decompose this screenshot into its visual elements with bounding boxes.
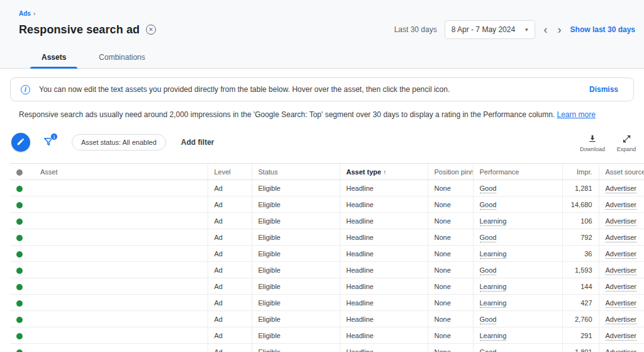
table-row[interactable]: AdEligibleHeadlineNoneGood1,281Advertise… — [10, 180, 644, 196]
row-select-cell[interactable] — [10, 262, 34, 278]
asset-source-value[interactable]: Advertiser — [606, 315, 637, 324]
row-select-cell[interactable] — [10, 278, 34, 295]
row-select-cell[interactable] — [10, 229, 34, 246]
filter-button[interactable]: 1 — [43, 136, 55, 149]
performance-value[interactable]: Learning — [480, 250, 507, 259]
level-cell: Ad — [208, 229, 252, 246]
status-cell: Eligible — [252, 196, 340, 213]
asset-cell[interactable] — [34, 180, 208, 196]
performance-value[interactable]: Learning — [480, 283, 507, 292]
asset-type-cell: Headline — [340, 196, 428, 213]
impressions-cell: 792 — [562, 229, 599, 246]
select-all-header[interactable] — [10, 164, 34, 180]
asset-cell[interactable] — [34, 196, 208, 213]
level-cell: Ad — [208, 180, 252, 196]
expand-button[interactable]: Expand — [610, 133, 643, 152]
asset-source-value[interactable]: Advertiser — [606, 185, 637, 193]
table-row[interactable]: AdEligibleHeadlineNoneLearning36Advertis… — [10, 246, 644, 262]
row-select-cell[interactable] — [10, 344, 34, 352]
enabled-status-icon — [16, 202, 23, 208]
tab-combinations[interactable]: Combinations — [82, 47, 161, 68]
row-select-cell[interactable] — [10, 213, 34, 229]
page-title: Responsive search ad — [19, 23, 140, 37]
dismiss-button[interactable]: Dismiss — [584, 82, 623, 96]
row-select-cell[interactable] — [10, 311, 34, 327]
table-row[interactable]: AdEligibleHeadlineNoneGood792Advertiser — [10, 229, 644, 246]
edit-assets-info-banner: i You can now edit the text assets you p… — [10, 77, 634, 101]
asset-type-cell: Headline — [340, 213, 428, 229]
impressions-notice: Responsive search ads usually need aroun… — [19, 110, 634, 119]
asset-source-value[interactable]: Advertiser — [606, 266, 637, 275]
table-row[interactable]: AdEligibleHeadlineNoneGood2,760Advertise… — [10, 311, 644, 327]
date-range-label: Last 30 days — [394, 25, 437, 34]
column-header-status[interactable]: Status — [252, 164, 340, 180]
asset-source-value[interactable]: Advertiser — [606, 283, 637, 292]
performance-value[interactable]: Good — [480, 266, 497, 275]
table-row[interactable]: AdEligibleHeadlineNoneGood1,801Advertise… — [10, 344, 644, 352]
table-row[interactable]: AdEligibleHeadlineNoneLearning427Adverti… — [10, 295, 644, 311]
asset-source-value[interactable]: Advertiser — [606, 217, 637, 226]
asset-source-value[interactable]: Advertiser — [606, 332, 637, 341]
next-period-button[interactable]: › — [557, 24, 563, 35]
performance-cell: Good — [473, 311, 562, 327]
column-header-level[interactable]: Level — [208, 164, 252, 180]
table-row[interactable]: AdEligibleHeadlineNoneLearning106Adverti… — [10, 213, 644, 229]
column-header-asset-type[interactable]: Asset type↑ — [340, 164, 428, 180]
close-icon[interactable]: ✕ — [146, 25, 156, 35]
asset-source-value[interactable]: Advertiser — [606, 234, 637, 242]
asset-cell[interactable] — [34, 262, 208, 278]
row-select-cell[interactable] — [10, 295, 34, 311]
show-last-30-days-link[interactable]: Show last 30 days — [570, 25, 635, 34]
asset-type-cell: Headline — [340, 229, 428, 246]
performance-value[interactable]: Learning — [480, 299, 507, 308]
download-button[interactable]: Download — [576, 132, 609, 152]
asset-source-cell: Advertiser — [599, 311, 644, 327]
tab-assets[interactable]: Assets — [25, 47, 82, 68]
level-cell: Ad — [208, 295, 252, 311]
row-select-cell[interactable] — [10, 196, 34, 213]
breadcrumb-ads-link[interactable]: Ads — [19, 10, 31, 17]
table-row[interactable]: AdEligibleHeadlineNoneLearning144Adverti… — [10, 278, 644, 295]
column-header-asset[interactable]: Asset — [34, 164, 208, 180]
level-cell: Ad — [208, 344, 252, 352]
performance-value[interactable]: Good — [480, 201, 497, 210]
row-select-cell[interactable] — [10, 180, 34, 196]
performance-value[interactable]: Learning — [480, 217, 507, 226]
position-pinning-cell: None — [428, 180, 473, 196]
row-select-cell[interactable] — [10, 246, 34, 262]
asset-cell[interactable] — [34, 344, 208, 352]
performance-value[interactable]: Good — [480, 348, 497, 352]
asset-source-value[interactable]: Advertiser — [606, 250, 637, 259]
column-header-position-pinning[interactable]: Position pinning — [428, 164, 473, 180]
date-range-picker[interactable]: 8 Apr - 7 May 2024 ▾ — [445, 20, 535, 39]
asset-source-value[interactable]: Advertiser — [606, 299, 637, 308]
asset-cell[interactable] — [34, 229, 208, 246]
table-row[interactable]: AdEligibleHeadlineNoneGood14,680Advertis… — [10, 196, 644, 213]
column-header-impressions[interactable]: Impr. — [562, 164, 599, 180]
performance-value[interactable]: Good — [480, 234, 497, 242]
performance-value[interactable]: Good — [480, 315, 497, 324]
learn-more-link[interactable]: Learn more — [557, 110, 596, 119]
asset-cell[interactable] — [34, 246, 208, 262]
status-cell: Eligible — [252, 344, 340, 352]
table-row[interactable]: AdEligibleHeadlineNoneGood1,593Advertise… — [10, 262, 644, 278]
asset-source-value[interactable]: Advertiser — [606, 348, 637, 352]
asset-cell[interactable] — [34, 213, 208, 229]
previous-period-button[interactable]: ‹ — [543, 24, 549, 35]
table-row[interactable]: AdEligibleHeadlineNoneLearning291Adverti… — [10, 327, 644, 344]
asset-cell[interactable] — [34, 278, 208, 295]
asset-status-filter-chip[interactable]: Asset status: All enabled — [72, 134, 166, 150]
edit-button[interactable] — [11, 133, 30, 152]
asset-source-value[interactable]: Advertiser — [606, 201, 637, 210]
column-header-performance[interactable]: Performance — [473, 164, 562, 180]
asset-source-cell: Advertiser — [599, 295, 644, 311]
add-filter-button[interactable]: Add filter — [181, 138, 214, 147]
asset-source-cell: Advertiser — [599, 196, 644, 213]
performance-value[interactable]: Good — [480, 185, 497, 193]
asset-cell[interactable] — [34, 327, 208, 344]
asset-cell[interactable] — [34, 311, 208, 327]
performance-value[interactable]: Learning — [480, 332, 507, 341]
asset-cell[interactable] — [34, 295, 208, 311]
column-header-asset-source[interactable]: Asset source — [599, 164, 644, 180]
row-select-cell[interactable] — [10, 327, 34, 344]
